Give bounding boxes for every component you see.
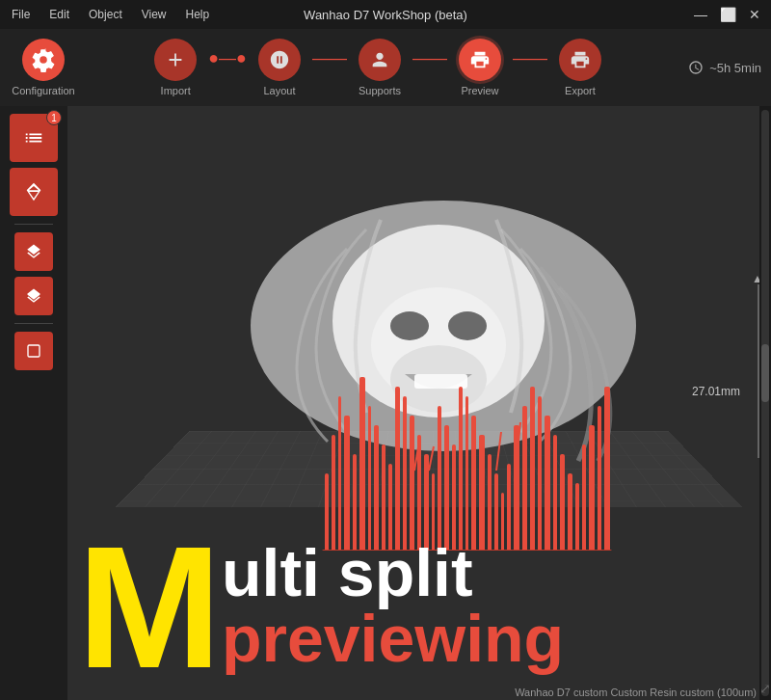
support-stick [325,473,330,551]
window-controls: — ⬜ ✕ [692,7,763,22]
support-stick [452,444,455,551]
arrow-3: —— [412,48,447,68]
support-stick [403,396,407,551]
layers2-icon [25,287,42,305]
sidebar-divider-1 [14,224,53,225]
square-icon [26,343,41,359]
main-area: 1 [0,106,771,700]
time-value: ~5h 5min [709,61,761,75]
support-stick [530,387,534,551]
support-stick [444,425,449,551]
support-stick [382,444,386,551]
minimize-button[interactable]: — [692,7,709,22]
support-stick [507,464,511,551]
scrollbar[interactable] [759,106,771,700]
support-stick [501,493,504,551]
support-stick [417,435,421,551]
overlay-line2: previewing [222,606,564,671]
support-stick [368,406,371,551]
support-stick [560,454,565,551]
support-stick [488,454,492,551]
scrollbar-track[interactable] [761,110,769,696]
support-stick [582,444,586,551]
menu-object[interactable]: Object [85,6,126,23]
preview-icon [459,39,501,81]
scrollbar-thumb[interactable] [761,344,769,402]
close-button[interactable]: ✕ [746,7,763,22]
export-icon [559,39,601,81]
step-import[interactable]: Import [141,29,210,106]
support-stick [553,435,558,551]
menu-view[interactable]: View [138,6,171,23]
step-supports[interactable]: Supports [345,29,414,106]
config-label: Configuration [12,85,74,96]
menu-file[interactable]: File [8,6,34,23]
sidebar-divider-2 [14,323,53,324]
window-title: Wanhao D7 WorkShop (beta) [304,8,467,22]
support-stick [338,396,342,551]
support-stick [598,406,602,551]
support-stick [545,416,549,551]
sidebar-list-button[interactable]: 1 [10,114,58,162]
support-stick [432,473,435,551]
supports-area [241,358,694,551]
menu-bar: File Edit Object View Help [8,6,213,23]
support-stick [374,425,379,551]
support-stick [465,396,469,551]
import-icon [154,39,197,81]
toolbar: Configuration Import ●—● Layout —— Suppo… [0,29,771,106]
support-stick [575,483,580,551]
support-stick [589,425,595,551]
support-stick [538,396,543,551]
svg-rect-0 [28,345,40,357]
time-display: ~5h 5min [688,60,761,75]
support-stick [395,387,400,551]
support-stick [514,425,518,551]
support-stick [424,454,429,551]
step-preview[interactable]: Preview [445,29,515,106]
viewport[interactable]: 27.01mm ▲ M ulti split previewing Wanhao… [67,106,771,700]
measurement-label: 27.01mm [692,385,740,398]
maximize-button[interactable]: ⬜ [719,7,736,22]
sidebar-square-button[interactable] [14,332,53,370]
support-stick [388,464,392,551]
preview-label: Preview [461,85,498,96]
arrow-1: ●—● [208,48,247,68]
config-icon [22,39,65,81]
sidebar-badge: 1 [46,110,62,125]
status-bar: Wanhao D7 custom Custom Resin custom (10… [515,685,757,700]
support-stick [332,435,334,551]
menu-help[interactable]: Help [182,6,214,23]
configuration-button[interactable]: Configuration [10,29,77,106]
support-stick [353,454,357,551]
support-stick [410,416,414,551]
export-label: Export [565,85,596,96]
sidebar-layers-button[interactable] [14,232,53,271]
list-icon [23,127,44,148]
supports-label: Supports [359,85,401,96]
layout-label: Layout [263,85,295,96]
pipeline: Import ●—● Layout —— Supports —— Preview… [77,29,678,106]
support-stick [459,387,463,551]
support-stick [438,406,441,551]
corner-expand-icon[interactable]: ⤢ [759,681,771,696]
diamond-icon [23,181,44,202]
step-export[interactable]: Export [545,29,615,106]
supports-icon [359,39,401,81]
support-stick [604,387,610,551]
layout-icon [258,39,301,81]
menu-edit[interactable]: Edit [45,6,73,23]
sidebar: 1 [0,106,67,700]
support-stick [568,473,572,551]
titlebar: File Edit Object View Help Wanhao D7 Wor… [0,0,771,29]
sidebar-layers2-button[interactable] [14,277,53,315]
svg-point-6 [390,311,429,340]
sidebar-diamond-button[interactable] [10,168,58,216]
support-stick [359,377,365,551]
layers-icon [25,243,42,260]
support-stick [479,435,484,551]
step-layout[interactable]: Layout [245,29,314,106]
clock-icon [688,60,704,75]
svg-point-7 [448,311,487,340]
support-stick [522,406,528,551]
